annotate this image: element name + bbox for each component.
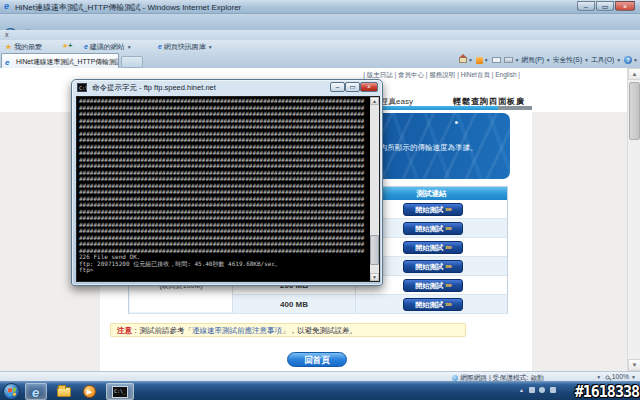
favorites-bar: ★ 我的最愛 ★+ e 建議的網站 ▼ e 網頁快訊圖庫 ▼ [0, 40, 640, 52]
favorites-button[interactable]: ★ 我的最愛 [5, 42, 42, 52]
zoom-dropdown-icon[interactable]: ▼ [631, 374, 636, 380]
chevron-right-icon: »» [445, 263, 451, 270]
start-button[interactable] [3, 383, 20, 400]
tray-network-icon[interactable] [550, 387, 556, 393]
file-size-cell: 400 MB [233, 295, 355, 314]
safety-menu[interactable]: 安全性(S) [553, 56, 582, 63]
addon-toolbar: x [0, 30, 640, 40]
system-tray[interactable]: ▲ [519, 387, 556, 393]
start-test-button[interactable]: 開始測試 »» [403, 279, 463, 292]
watermark-id: #1618338 [575, 383, 639, 400]
desktop: e HiNet連線速率測試_HTTP傳輸測試 - Windows Interne… [0, 0, 640, 400]
browser-status-bar: 網際網路 | 受保護模式: 啟動 ▼ 100% ▼ [0, 371, 640, 381]
console-text: ########################################… [79, 98, 364, 274]
tray-update-icon[interactable] [529, 387, 535, 393]
tab-active[interactable]: e HiNet連線速率測試_HTTP傳輸測試 [1, 53, 119, 68]
cmd-maximize-button[interactable]: ▭ [345, 82, 360, 92]
print-icon[interactable] [504, 57, 513, 63]
web-slice-gallery-button[interactable]: e 網頁快訊圖庫 ▼ [158, 42, 213, 52]
ie-logo-icon: e [4, 2, 9, 11]
toolbar-close-icon[interactable]: x [5, 31, 9, 38]
minimize-button[interactable]: – [577, 1, 595, 11]
cmd-close-button[interactable]: × [360, 82, 378, 92]
tab-bar: e HiNet連線速率測試_HTTP傳輸測試 ▼ ▼ ▼ 網頁(P) ▼ 安全性… [0, 52, 640, 68]
taskbar: e ▶ C:\_ ▲ [0, 381, 640, 400]
cmd-minimize-button[interactable]: – [330, 82, 345, 92]
start-test-button[interactable]: 開始測試 »» [403, 203, 463, 216]
favorites-label: 我的最愛 [14, 43, 42, 50]
favorites-star-icon: ★ [5, 43, 12, 50]
cmd-titlebar[interactable]: C:\ 命令提示字元 - ftp ftp.speed.hinet.net –▭× [72, 80, 382, 96]
taskbar-item-media-player[interactable]: ▶ [80, 383, 100, 400]
console-scrollbar[interactable]: ▲ ▼ [370, 97, 379, 281]
chevron-right-icon: »» [445, 301, 451, 308]
tab-title: HiNet連線速率測試_HTTP傳輸測試 [16, 58, 119, 65]
zoom-icon[interactable] [605, 375, 609, 379]
show-hidden-icons-icon[interactable]: ▲ [519, 387, 524, 393]
maximize-button[interactable]: ▭ [596, 1, 614, 11]
chevron-right-icon: »» [445, 225, 451, 232]
suggested-sites-button[interactable]: e 建議的網站 ▼ [84, 42, 132, 52]
windows-flag-icon [8, 388, 16, 397]
cmd-window-title: 命令提示字元 - ftp ftp.speed.hinet.net [92, 83, 216, 92]
window-title: HiNet連線速率測試_HTTP傳輸測試 - Windows Internet … [15, 2, 241, 13]
feed-dropdown-icon[interactable]: ▼ [484, 57, 489, 63]
cmd-window-controls: –▭× [330, 82, 378, 92]
folder-icon [57, 387, 71, 397]
new-tab-button[interactable] [121, 56, 143, 68]
print-dropdown-icon[interactable]: ▼ [514, 57, 519, 63]
close-button[interactable]: × [615, 1, 635, 11]
zoom-level[interactable]: 100% [612, 373, 629, 380]
page-menu[interactable]: 網頁(P) [521, 56, 544, 63]
start-test-button[interactable]: 開始測試 »» [403, 260, 463, 273]
notice-box: 注意：測試前請參考「連線速率測試前應注意事項」，以避免測試誤差。 [110, 323, 466, 337]
tools-menu[interactable]: 工具(O) [591, 56, 614, 63]
help-icon[interactable]: ? [624, 56, 632, 64]
taskbar-item-command-prompt[interactable]: C:\_ [106, 383, 134, 400]
chevron-right-icon: »» [445, 206, 451, 213]
rss-feed-icon[interactable] [476, 57, 483, 64]
taskbar-item-explorer[interactable] [53, 383, 75, 400]
navigation-bar: ← → e http://speed.hinet.net/index_test0… [0, 14, 640, 30]
suggested-sites-label: 建議的網站 [90, 43, 125, 50]
web-slice-icon: e [158, 43, 162, 50]
chevron-right-icon: »» [445, 282, 451, 289]
command-prompt-icon: C:\_ [112, 386, 128, 398]
notice-label: 注意 [117, 326, 132, 335]
console-scroll-up-icon[interactable]: ▲ [370, 97, 379, 105]
scroll-down-icon[interactable]: ▼ [628, 359, 640, 371]
help-dropdown-icon[interactable]: ▼ [633, 57, 638, 63]
tray-volume-icon[interactable] [539, 387, 545, 393]
header-underline-end [498, 106, 532, 110]
home-icon[interactable] [459, 57, 467, 63]
suggested-sites-icon: e [84, 43, 88, 50]
chevron-right-icon: »» [445, 244, 451, 251]
scrollbar-thumb[interactable] [629, 82, 640, 140]
media-player-icon: ▶ [83, 385, 96, 398]
console-scrollbar-thumb[interactable] [370, 235, 379, 265]
cmd-app-icon: C:\ [77, 83, 87, 92]
notice-link[interactable]: 連線速率測試前應注意事項 [192, 326, 282, 335]
start-test-button[interactable]: 開始測試 »» [403, 241, 463, 254]
browser-scrollbar[interactable]: ▲ ▼ [627, 68, 640, 371]
start-test-button[interactable]: 開始測試 »» [403, 298, 463, 311]
start-test-button[interactable]: 開始測試 »» [403, 222, 463, 235]
command-bar: ▼ ▼ ▼ 網頁(P) ▼ 安全性(S) ▼ 工具(O) ▼ ?▼ [458, 55, 638, 65]
browser-titlebar: e HiNet連線速率測試_HTTP傳輸測試 - Windows Interne… [0, 0, 640, 14]
site-top-links[interactable]: | 版主日誌 | 會員中心 | 服務說明 | HiNet首頁 | English… [363, 71, 520, 80]
home-dropdown-icon[interactable]: ▼ [468, 57, 473, 63]
home-page-button[interactable]: 回首頁 [287, 352, 347, 367]
add-favorite-icon[interactable]: ★+ [62, 42, 72, 50]
banner-dot [455, 121, 458, 124]
zone-text: 網際網路 | 受保護模式: 啟動 [460, 374, 544, 381]
status-options-icon[interactable]: ▼ [596, 374, 601, 380]
web-slice-label: 網頁快訊圖庫 [164, 43, 206, 50]
tab-favicon-icon: e [5, 58, 9, 67]
internet-explorer-icon: e [32, 385, 39, 400]
console-scroll-down-icon[interactable]: ▼ [370, 273, 379, 281]
scroll-up-icon[interactable]: ▲ [628, 68, 640, 80]
command-prompt-window[interactable]: C:\ 命令提示字元 - ftp ftp.speed.hinet.net –▭×… [71, 79, 383, 286]
console-area[interactable]: ########################################… [76, 96, 380, 282]
mail-icon[interactable] [492, 57, 501, 63]
taskbar-item-internet-explorer[interactable]: e [25, 383, 47, 400]
